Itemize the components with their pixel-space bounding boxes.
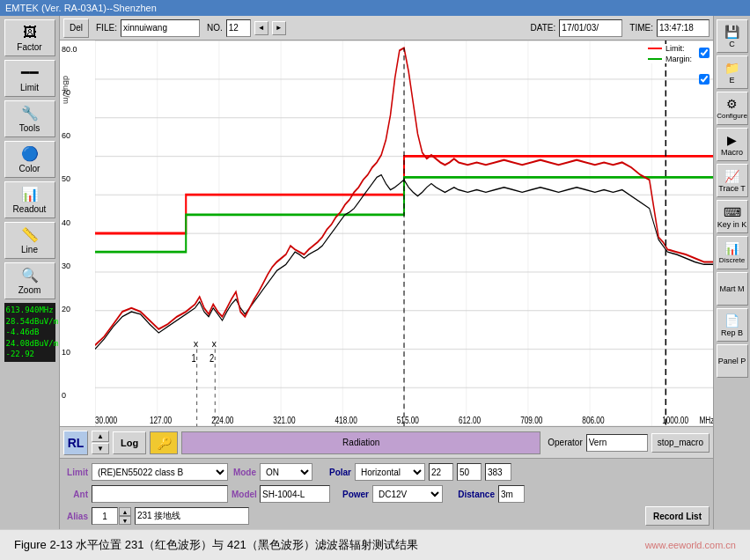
- record-list-button[interactable]: Record List: [645, 506, 710, 526]
- svg-text:321.00: 321.00: [273, 415, 296, 426]
- right-btn-rep[interactable]: 📄 Rep B: [717, 308, 748, 342]
- sidebar-btn-zoom[interactable]: 🔍 Zoom: [4, 262, 55, 299]
- sidebar-btn-limit[interactable]: ━━ Limit: [4, 60, 55, 97]
- sidebar-btn-readout[interactable]: 📊 Readout: [4, 181, 55, 218]
- color-icon: 🔵: [21, 145, 39, 162]
- y-50: 50: [62, 174, 93, 183]
- polar-val1[interactable]: [429, 463, 453, 481]
- svg-text:224.00: 224.00: [211, 415, 234, 426]
- right-btn-c[interactable]: 💾 C: [717, 19, 748, 53]
- limit-param-label: Limit: [63, 468, 88, 477]
- model-input[interactable]: [260, 485, 330, 503]
- right-btn-macro[interactable]: ▶ Macro: [717, 128, 748, 161]
- readout-icon: 📊: [21, 186, 39, 203]
- svg-text:418.00: 418.00: [335, 415, 358, 426]
- stepper-down-btn[interactable]: ▼: [119, 516, 131, 525]
- svg-text:709.00: 709.00: [520, 415, 543, 426]
- limit-icon: ━━: [21, 64, 39, 81]
- sidebar-btn-color[interactable]: 🔵 Color: [4, 141, 55, 178]
- configure-icon: ⚙: [726, 97, 738, 111]
- radiation-button[interactable]: Radiation: [181, 431, 540, 454]
- left-sidebar: 🖼 Factor ━━ Limit 🔧 Tools 🔵 Color 📊 Read…: [0, 16, 60, 529]
- right-btn-c-label: C: [729, 40, 735, 48]
- status-db: -4.46dB: [6, 327, 54, 338]
- time-input[interactable]: [657, 19, 710, 37]
- sidebar-btn-factor[interactable]: 🖼 Factor: [4, 19, 55, 56]
- y-10: 10: [62, 348, 93, 357]
- factor-label: Factor: [17, 42, 41, 52]
- operator-input[interactable]: [586, 434, 648, 452]
- right-btn-configure[interactable]: ⚙ Configure: [717, 92, 748, 125]
- stepper-up-btn[interactable]: ▲: [119, 507, 131, 516]
- param-row-2: Ant Model Power DC12V Distance: [63, 484, 710, 504]
- right-btn-discrete[interactable]: 📊 Discrete: [717, 236, 748, 269]
- svg-text:30.000: 30.000: [95, 415, 118, 426]
- polar-val3[interactable]: [485, 463, 511, 481]
- no-input[interactable]: [226, 19, 251, 37]
- operator-label: Operator: [548, 438, 582, 447]
- sidebar-btn-tools[interactable]: 🔧 Tools: [4, 100, 55, 137]
- polar-select[interactable]: Horizontal: [355, 463, 425, 481]
- no-next-button[interactable]: ►: [272, 21, 286, 35]
- ant-label: Ant: [63, 490, 88, 499]
- limit-checkbox[interactable]: [699, 48, 710, 58]
- right-btn-trace[interactable]: 📈 Trace T: [717, 164, 748, 197]
- polar-label: Polar: [316, 468, 351, 477]
- sidebar-btn-line[interactable]: 📏 Line: [4, 222, 55, 259]
- distance-input[interactable]: [498, 485, 525, 503]
- figure-caption: Figure 2-13 水平位置 231（红色波形）与 421（黑色波形）滤波器…: [0, 529, 750, 560]
- rl-button[interactable]: RL: [63, 431, 88, 455]
- file-input[interactable]: [121, 19, 200, 37]
- tools-icon: 🔧: [21, 105, 39, 122]
- right-btn-f[interactable]: 📁 E: [717, 55, 748, 89]
- date-input[interactable]: [559, 19, 622, 37]
- keyin-label: Key in K: [717, 220, 747, 229]
- alias-text-input[interactable]: [135, 507, 249, 525]
- chart-checkboxes: [699, 44, 713, 88]
- key-icon: 🔑: [150, 431, 178, 454]
- save-icon: 💾: [724, 25, 739, 39]
- bottom-toolbar: RL ▲ ▼ Log 🔑 Radiation Operator stop_mac…: [60, 426, 713, 458]
- zoom-icon: 🔍: [21, 267, 39, 284]
- svg-text:806.00: 806.00: [582, 415, 605, 426]
- status-freq: 613.940MHz: [6, 305, 54, 316]
- file-label: FILE:: [96, 23, 117, 33]
- discrete-icon: 📊: [724, 241, 739, 255]
- svg-text:127.00: 127.00: [150, 415, 173, 426]
- mode-select[interactable]: ON: [260, 463, 312, 481]
- color-label: Color: [19, 164, 40, 173]
- chart-container: 80.0 70 60 50 40 30 20 10 0 dBuV/m: [60, 41, 713, 426]
- status-dbuy2: 24.08dBuV/m: [6, 338, 54, 350]
- macro-icon: ▶: [727, 133, 737, 147]
- y-60: 60: [62, 131, 93, 140]
- y-20: 20: [62, 305, 93, 313]
- zoom-label: Zoom: [18, 285, 41, 295]
- stop-macro-button[interactable]: stop_macro: [651, 433, 710, 453]
- params-area: Limit (RE)EN55022 class B Mode ON Polar …: [60, 458, 713, 529]
- del-button[interactable]: Del: [63, 18, 89, 38]
- svg-text:612.00: 612.00: [459, 415, 482, 426]
- right-btn-panel[interactable]: Panel P: [717, 344, 748, 378]
- model-label: Model: [232, 490, 256, 499]
- chart-svg: × 1 × 2 30.000 127.00 224.00 321.00 418.…: [95, 41, 713, 426]
- alias-stepper-input[interactable]: [92, 507, 118, 525]
- alias-stepper: ▲ ▼: [92, 507, 131, 525]
- right-btn-mart[interactable]: Mart M: [717, 272, 748, 306]
- power-select[interactable]: DC12V: [372, 485, 443, 503]
- chart-legend: Limit: Margin:: [648, 44, 692, 63]
- polar-val2[interactable]: [457, 463, 482, 481]
- nav-up-button[interactable]: ▲: [92, 431, 109, 442]
- title-bar: EMTEK (Ver. RA-03A1)--Shenzhen: [0, 0, 750, 16]
- file-icon: 📁: [724, 61, 739, 75]
- mart-label: Mart M: [720, 284, 745, 293]
- limit-select[interactable]: (RE)EN55022 class B: [92, 463, 228, 481]
- trace-label: Trace T: [718, 184, 746, 193]
- trace-icon: 📈: [724, 169, 739, 183]
- no-prev-button[interactable]: ◄: [254, 21, 268, 35]
- readout-label: Readout: [13, 204, 47, 214]
- right-btn-keyin[interactable]: ⌨ Key in K: [717, 200, 748, 233]
- ant-input[interactable]: [92, 485, 228, 503]
- margin-checkbox[interactable]: [699, 74, 710, 85]
- log-button[interactable]: Log: [113, 431, 146, 454]
- nav-down-button[interactable]: ▼: [92, 443, 109, 454]
